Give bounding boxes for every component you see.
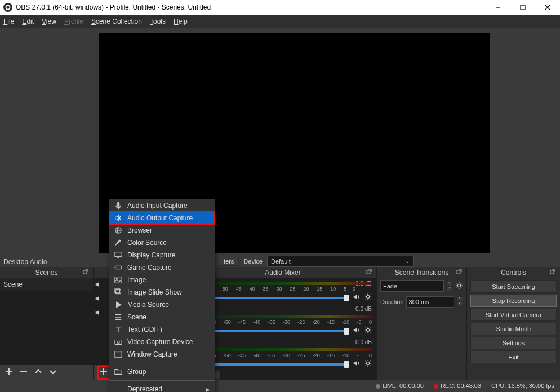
- channel-settings-button[interactable]: [364, 326, 372, 336]
- svg-point-20: [366, 362, 369, 364]
- folder-icon: [114, 368, 123, 376]
- popout-icon[interactable]: [366, 268, 374, 276]
- start-streaming-button[interactable]: Start Streaming: [470, 280, 557, 293]
- play-icon: [114, 301, 123, 309]
- gamepad-icon: [114, 264, 123, 271]
- menu-tools[interactable]: Tools: [150, 17, 166, 25]
- statusbar: LIVE: 00:00:00 REC: 00:48:03 CPU: 16.8%,…: [0, 380, 560, 392]
- move-scene-down-button[interactable]: [48, 367, 57, 378]
- rec-indicator: REC: 00:48:03: [434, 382, 481, 389]
- mute-button[interactable]: [353, 293, 361, 302]
- volume-slider[interactable]: [194, 363, 349, 366]
- image-icon: [114, 276, 123, 284]
- panel-row: Scenes Scene Sources Audio Mixer 0.0 dB: [0, 267, 560, 380]
- ctx-deprecated[interactable]: Deprecated▶: [109, 383, 215, 392]
- scenes-toolbar: [0, 365, 93, 380]
- ctx-separator-2: [109, 380, 215, 381]
- menu-file[interactable]: File: [3, 17, 14, 25]
- minimize-button[interactable]: [486, 0, 510, 15]
- ctx-window-capture[interactable]: Window Capture: [109, 348, 215, 360]
- svg-point-14: [117, 341, 119, 343]
- volume-slider[interactable]: [194, 297, 349, 299]
- live-dot-icon: [376, 384, 380, 389]
- globe-icon: [114, 226, 123, 234]
- duration-spin[interactable]: ˄˅: [456, 297, 463, 307]
- close-button[interactable]: [535, 0, 560, 15]
- preview-area: Desktop Audio Audio Input Capture Audio …: [0, 28, 560, 267]
- list-icon: [114, 313, 123, 321]
- ctx-text-gdi[interactable]: Text (GDI+): [109, 323, 215, 336]
- ctx-audio-output-capture[interactable]: Audio Output Capture: [109, 212, 215, 224]
- mute-button[interactable]: [353, 359, 361, 369]
- svg-rect-23: [550, 270, 554, 274]
- remove-scene-button[interactable]: [19, 367, 28, 378]
- ctx-display-capture[interactable]: Display Capture: [109, 249, 215, 261]
- move-scene-up-button[interactable]: [34, 367, 43, 378]
- maximize-button[interactable]: [510, 0, 535, 15]
- popout-icon[interactable]: [83, 268, 91, 276]
- desktop-audio-label: Desktop Audio: [3, 258, 47, 266]
- scene-transitions-panel: Scene Transitions Fade ˄˅ Duration 300 m…: [377, 267, 467, 380]
- filters-button[interactable]: ters: [219, 257, 239, 266]
- mixer-channel-db: 0.0 dB: [355, 306, 372, 312]
- duration-input[interactable]: 300 ms: [406, 296, 454, 308]
- menubar: File Edit View Profile Scene Collection …: [0, 15, 560, 28]
- scene-item[interactable]: Scene: [0, 278, 93, 291]
- settings-button[interactable]: Settings: [470, 337, 557, 349]
- ctx-media-source[interactable]: Media Source: [109, 299, 215, 311]
- ctx-image[interactable]: Image: [109, 274, 215, 286]
- ctx-game-capture[interactable]: Game Capture: [109, 261, 215, 274]
- duration-label: Duration: [380, 299, 404, 305]
- ctx-image-slide-show[interactable]: Image Slide Show: [109, 286, 215, 299]
- monitor-icon: [114, 251, 123, 259]
- svg-point-1: [6, 6, 9, 8]
- ctx-audio-input-capture[interactable]: Audio Input Capture: [109, 199, 215, 212]
- live-indicator: LIVE: 00:00:00: [376, 382, 424, 389]
- transition-select[interactable]: Fade: [380, 280, 444, 292]
- window-title: OBS 27.0.1 (64-bit, windows) - Profile: …: [16, 3, 486, 11]
- menu-help[interactable]: Help: [174, 17, 188, 25]
- menu-scene-collection[interactable]: Scene Collection: [91, 17, 142, 25]
- device-select[interactable]: Default⌄: [267, 256, 414, 267]
- add-source-button[interactable]: [98, 366, 109, 379]
- menu-edit[interactable]: Edit: [22, 17, 34, 25]
- svg-rect-8: [115, 266, 122, 269]
- ctx-scene[interactable]: Scene: [109, 311, 215, 323]
- transition-settings-button[interactable]: [455, 282, 463, 291]
- menu-view[interactable]: View: [42, 17, 56, 25]
- mixer-channel: 0.0 dB-60-55-50-45-40-35-30-25-20-15-10-…: [189, 278, 376, 304]
- scene-transitions-title: Scene Transitions: [395, 269, 448, 277]
- svg-rect-21: [457, 270, 460, 274]
- chevron-right-icon: ▶: [206, 386, 210, 393]
- ctx-group[interactable]: Group: [109, 366, 215, 378]
- source-properties-row: ters Device Default⌄: [214, 255, 428, 267]
- stop-recording-button[interactable]: Stop Recording: [470, 295, 557, 307]
- exit-button[interactable]: Exit: [470, 351, 557, 363]
- channel-settings-button[interactable]: [364, 293, 372, 302]
- audio-meter: [194, 348, 372, 351]
- source-speaker-icon[interactable]: [95, 280, 103, 290]
- source-speaker-icon-3[interactable]: [95, 309, 103, 318]
- source-speaker-icon-2[interactable]: [95, 295, 103, 304]
- popout-icon[interactable]: [550, 268, 558, 276]
- mic-icon: [114, 202, 123, 210]
- svg-point-19: [366, 328, 369, 331]
- transition-spin[interactable]: ˄˅: [446, 281, 453, 291]
- window-icon: [114, 350, 123, 358]
- ctx-color-source[interactable]: Color Source: [109, 237, 215, 249]
- menu-profile[interactable]: Profile: [64, 17, 83, 25]
- channel-settings-button[interactable]: [364, 359, 372, 369]
- ctx-video-capture-device[interactable]: Video Capture Device: [109, 336, 215, 348]
- start-virtual-camera-button[interactable]: Start Virtual Camera: [470, 309, 557, 321]
- app-logo: [3, 3, 12, 12]
- ctx-browser[interactable]: Browser: [109, 224, 215, 237]
- audio-meter: [194, 315, 372, 318]
- mute-button[interactable]: [353, 326, 361, 336]
- scenes-title: Scenes: [35, 269, 57, 277]
- add-scene-button[interactable]: [5, 367, 14, 378]
- volume-slider[interactable]: [194, 330, 349, 332]
- studio-mode-button[interactable]: Studio Mode: [470, 323, 557, 335]
- svg-rect-7: [115, 252, 122, 257]
- audio-mixer-panel: Audio Mixer 0.0 dB-60-55-50-45-40-35-30-…: [189, 267, 377, 380]
- popout-icon[interactable]: [456, 268, 464, 276]
